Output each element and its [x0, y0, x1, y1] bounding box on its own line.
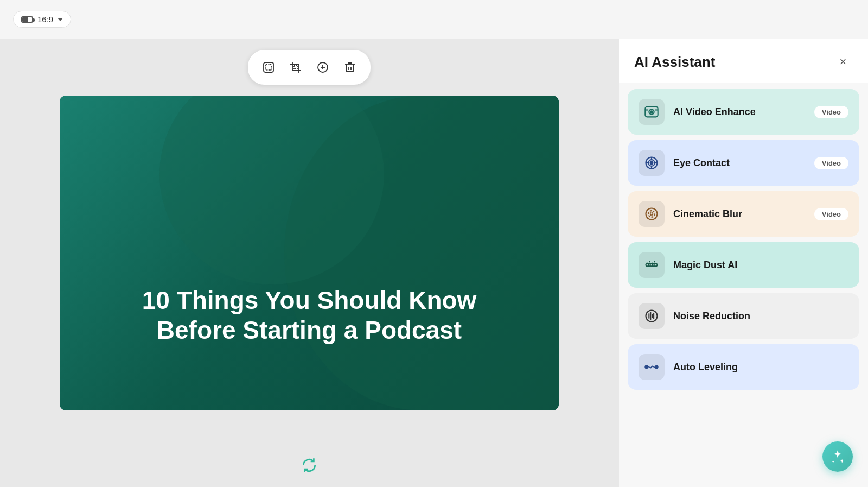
- svg-point-13: [650, 162, 653, 165]
- ai-video-enhance-label: AI Video Enhance: [673, 106, 814, 118]
- ai-panel-items-list: AI Video Enhance Video Eye Cont: [619, 83, 868, 487]
- noise-reduction-icon: [639, 303, 665, 329]
- ai-panel-header: AI Assistant ×: [619, 39, 868, 83]
- battery-icon: [21, 16, 33, 23]
- canvas-area: 10 Things You Should Know Before Startin…: [0, 39, 618, 487]
- svg-point-34: [646, 311, 658, 322]
- magic-dust-label: Magic Dust AI: [673, 260, 848, 271]
- crop-tool-button[interactable]: [284, 55, 308, 79]
- eye-contact-label: Eye Contact: [673, 157, 814, 169]
- auto-leveling-icon: [639, 354, 665, 380]
- video-background: 10 Things You Should Know Before Startin…: [60, 96, 559, 410]
- magic-dust-icon: [639, 252, 665, 278]
- cinematic-blur-icon: [639, 201, 665, 227]
- svg-point-19: [648, 211, 655, 217]
- ai-item-noise-reduction[interactable]: Noise Reduction: [628, 293, 859, 339]
- ai-item-eye-contact[interactable]: Eye Contact Video: [628, 140, 859, 186]
- video-preview: 10 Things You Should Know Before Startin…: [60, 96, 559, 410]
- add-tool-button[interactable]: [311, 55, 335, 79]
- svg-point-20: [650, 213, 653, 216]
- close-button[interactable]: ×: [833, 52, 853, 72]
- main-area: 10 Things You Should Know Before Startin…: [0, 39, 868, 487]
- svg-rect-0: [264, 62, 273, 72]
- toolbar: [248, 50, 371, 85]
- refresh-area[interactable]: [301, 457, 318, 476]
- select-tool-button[interactable]: [257, 55, 280, 79]
- ai-item-auto-leveling[interactable]: Auto Leveling: [628, 344, 859, 390]
- svg-rect-2: [294, 66, 297, 69]
- aspect-ratio-label: 16:9: [37, 15, 53, 24]
- noise-reduction-label: Noise Reduction: [673, 311, 848, 322]
- aspect-ratio-chevron-icon: [58, 18, 63, 21]
- svg-point-39: [645, 366, 648, 369]
- svg-point-8: [650, 111, 653, 113]
- aspect-ratio-selector[interactable]: 16:9: [13, 11, 71, 28]
- auto-leveling-label: Auto Leveling: [673, 362, 848, 373]
- cinematic-blur-label: Cinematic Blur: [673, 208, 814, 220]
- delete-tool-button[interactable]: [338, 55, 362, 79]
- ai-item-video-enhance[interactable]: AI Video Enhance Video: [628, 89, 859, 135]
- svg-rect-25: [646, 264, 658, 267]
- svg-rect-1: [266, 65, 271, 70]
- video-title-text: 10 Things You Should Know Before Startin…: [92, 286, 526, 345]
- top-bar: 16:9: [0, 0, 868, 39]
- eye-contact-icon: [639, 150, 665, 176]
- floating-ai-button[interactable]: [822, 441, 853, 472]
- ai-assistant-panel: AI Assistant × AI Video Enhance: [618, 39, 868, 487]
- eye-contact-badge: Video: [814, 157, 848, 169]
- ai-item-cinematic-blur[interactable]: Cinematic Blur Video: [628, 191, 859, 237]
- svg-point-40: [655, 366, 658, 369]
- ai-video-enhance-badge: Video: [814, 106, 848, 118]
- ai-panel-title: AI Assistant: [634, 54, 715, 71]
- ai-item-magic-dust[interactable]: Magic Dust AI: [628, 242, 859, 288]
- ai-video-enhance-icon: [639, 99, 665, 125]
- cinematic-blur-badge: Video: [814, 208, 848, 220]
